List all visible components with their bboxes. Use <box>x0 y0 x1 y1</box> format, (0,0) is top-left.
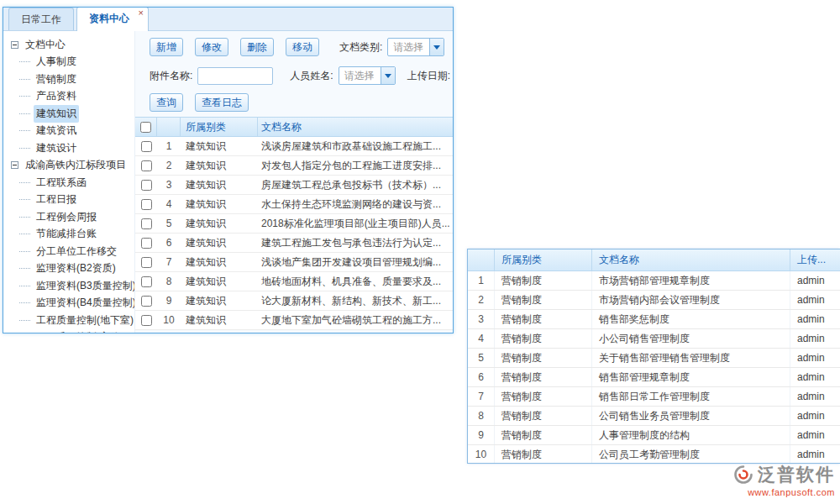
table-row[interactable]: 9 建筑知识 论大厦新材料、新结构、新技术、新工... <box>135 291 453 311</box>
document-center-window: 日常工作 资料中心 × 文档中心 人事制度 <box>3 7 454 333</box>
row-uploader: admin <box>790 349 840 367</box>
table-row[interactable]: 6 建筑知识 建筑工程施工发包与承包违法行为认定... <box>135 234 453 253</box>
query-button[interactable]: 查询 <box>150 93 183 112</box>
column-header-doc-name[interactable]: 文档名称 <box>592 249 790 270</box>
tree-item-label: 监理资料(B3质量控制) <box>34 277 135 295</box>
column-header-doc-name[interactable]: 文档名称 <box>258 118 453 136</box>
tree-item[interactable]: 监理资料(B2资质) <box>8 260 134 278</box>
row-category: 营销制度 <box>495 271 592 290</box>
tree-item[interactable]: 建筑资讯 <box>8 123 134 140</box>
row-checkbox[interactable] <box>141 218 152 229</box>
row-category: 建筑知识 <box>181 234 258 252</box>
row-category: 建筑知识 <box>181 253 258 271</box>
action-button[interactable]: 删除 <box>240 38 274 56</box>
row-number: 4 <box>468 329 495 348</box>
select-all-checkbox[interactable] <box>140 122 151 133</box>
row-checkbox[interactable] <box>141 180 152 191</box>
table-row[interactable]: 2 建筑知识 对发包人指定分包的工程施工进度安排... <box>135 156 453 176</box>
row-checkbox[interactable] <box>141 296 152 307</box>
doc-category-select[interactable]: 请选择 <box>387 38 444 56</box>
view-log-button[interactable]: 查看日志 <box>195 93 249 112</box>
tab-data-center[interactable]: 资料中心 × <box>76 7 149 31</box>
tree-item[interactable]: 工程例会周报 <box>8 208 134 226</box>
collapse-icon[interactable] <box>11 161 18 169</box>
tree-branch-icon <box>19 113 30 114</box>
row-checkbox[interactable] <box>141 257 152 268</box>
row-number: 8 <box>157 272 181 291</box>
table-row[interactable]: 7 建筑知识 浅谈地产集团开发建设项目管理规划编... <box>135 253 453 272</box>
chevron-down-icon[interactable] <box>429 39 444 55</box>
tree-item[interactable]: 营销制度 <box>8 71 134 88</box>
tree-item[interactable]: 工程日报 <box>8 192 134 209</box>
column-header-category[interactable]: 所属别类 <box>495 249 592 270</box>
table-row[interactable]: 9 营销制度 人事管理制度的结构 admin <box>468 426 840 445</box>
table-row[interactable]: 8 营销制度 公司销售业务员管理制度 admin <box>468 407 840 426</box>
tree-item[interactable]: 人事制度 <box>8 54 134 71</box>
attachment-name-input[interactable] <box>197 67 273 85</box>
table-row[interactable]: 7 营销制度 销售部日常工作管理制度 admin <box>468 387 840 407</box>
row-category: 营销制度 <box>495 426 592 444</box>
table-row[interactable]: 1 营销制度 市场营销部管理规章制度 admin <box>468 271 840 291</box>
marketing-table-header: 所属别类 文档名称 上传... <box>468 249 840 271</box>
document-panel: 新增修改删除移动 文档类别: 请选择 文档名称: 附件名称: 人员姓名: <box>135 31 453 333</box>
tree-item[interactable]: 工程联系函 <box>8 174 134 192</box>
row-doc-name: 大厦地下室加气砼墙砌筑工程的施工方... <box>258 311 453 329</box>
tree-item[interactable]: 工程质量控制(地下室) <box>8 312 134 329</box>
tree-item-label: 营销制度 <box>34 71 79 88</box>
tree-item[interactable]: 建筑知识 <box>8 105 134 123</box>
row-checkbox[interactable] <box>141 276 152 287</box>
row-checkbox[interactable] <box>141 199 152 210</box>
desktop: 日常工作 资料中心 × 文档中心 人事制度 <box>0 0 840 504</box>
row-category: 建筑知识 <box>181 291 258 310</box>
table-row[interactable]: 5 建筑知识 2018标准化监理项目部(业主项目部)人员... <box>135 214 453 234</box>
row-doc-name: 关于销售部管理销售管理制度 <box>592 349 790 367</box>
marketing-documents-window: 所属别类 文档名称 上传... 1 营销制度 市场营销部管理规章制度 admin… <box>467 249 840 464</box>
table-row[interactable]: 10 建筑知识 大厦地下室加气砼墙砌筑工程的施工方... <box>135 311 453 330</box>
row-checkbox[interactable] <box>141 141 152 152</box>
tree-item-label: 建筑知识 <box>34 105 79 123</box>
close-icon[interactable]: × <box>139 8 144 18</box>
person-name-select[interactable]: 请选择 <box>339 66 396 85</box>
row-uploader: admin <box>790 445 840 464</box>
row-category: 建筑知识 <box>181 311 258 329</box>
row-doc-name: 公司销售业务员管理制度 <box>592 407 790 425</box>
tree-item[interactable]: 成渝高铁内江标段项目 <box>8 157 134 175</box>
tree-item[interactable]: 监理资料(B3质量控制) <box>8 277 134 295</box>
row-checkbox[interactable] <box>141 238 152 249</box>
table-row[interactable]: 5 营销制度 关于销售部管理销售管理制度 admin <box>468 349 840 368</box>
action-button[interactable]: 修改 <box>195 38 228 56</box>
row-checkbox[interactable] <box>141 315 152 326</box>
table-row[interactable]: 8 建筑知识 地砖地面材料、机具准备、质量要求及... <box>135 272 453 291</box>
tree-item[interactable]: 分工单位工作移交 <box>8 243 134 260</box>
row-category: 营销制度 <box>495 445 592 464</box>
column-header-category[interactable]: 所属别类 <box>181 118 258 136</box>
tree-item[interactable]: 文档中心 <box>8 36 134 54</box>
tree-item[interactable]: 节能减排台账 <box>8 226 134 244</box>
table-row[interactable]: 6 营销制度 销售部管理规章制度 admin <box>468 368 840 387</box>
tree-item[interactable]: 建筑设计 <box>8 139 134 157</box>
table-row[interactable]: 1 建筑知识 浅谈房屋建筑和市政基础设施工程施工... <box>135 137 453 156</box>
table-row[interactable]: 3 建筑知识 房屋建筑工程总承包投标书（技术标）... <box>135 176 453 195</box>
column-header-uploader[interactable]: 上传... <box>790 249 840 270</box>
tree-branch-icon <box>19 234 30 234</box>
tree-branch-icon <box>19 217 30 218</box>
tab-daily-work[interactable]: 日常工作 <box>8 8 74 30</box>
table-row[interactable]: 2 营销制度 市场营销内部会议管理制度 admin <box>468 291 840 310</box>
table-row[interactable]: 4 建筑知识 水土保持生态环境监测网络的建设与资... <box>135 195 453 214</box>
row-number: 2 <box>157 156 181 175</box>
table-row[interactable]: 4 营销制度 小公司销售管理制度 admin <box>468 329 840 349</box>
tree-item-label: 分工单位工作移交 <box>34 243 119 260</box>
action-button[interactable]: 新增 <box>150 38 183 56</box>
tree-item[interactable]: 产品资料 <box>8 88 134 106</box>
row-checkbox-cell <box>135 234 157 252</box>
chevron-down-icon[interactable] <box>381 67 395 84</box>
collapse-icon[interactable] <box>11 41 18 49</box>
row-checkbox[interactable] <box>141 160 152 171</box>
tree-item[interactable]: 工程质量控制(主体) <box>8 329 134 334</box>
table-row[interactable]: 10 营销制度 公司员工考勤管理制度 admin <box>468 445 840 464</box>
row-category: 建筑知识 <box>181 156 258 175</box>
action-button[interactable]: 移动 <box>286 38 319 56</box>
tab-label: 资料中心 <box>89 13 129 24</box>
tree-item[interactable]: 监理资料(B4质量控制) <box>8 295 134 312</box>
table-row[interactable]: 3 营销制度 销售部奖惩制度 admin <box>468 310 840 329</box>
